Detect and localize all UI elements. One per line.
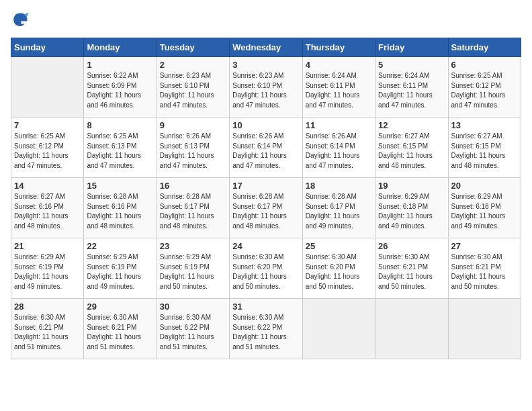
calendar-cell: 5Sunrise: 6:24 AM Sunset: 6:11 PM Daylig… <box>375 57 448 118</box>
calendar-cell: 27Sunrise: 6:30 AM Sunset: 6:21 PM Dayli… <box>448 238 521 299</box>
day-number: 13 <box>451 120 518 130</box>
calendar-cell: 18Sunrise: 6:28 AM Sunset: 6:17 PM Dayli… <box>302 178 375 238</box>
calendar-cell <box>375 299 448 359</box>
calendar-cell: 26Sunrise: 6:30 AM Sunset: 6:21 PM Dayli… <box>375 238 448 299</box>
week-row-5: 28Sunrise: 6:30 AM Sunset: 6:21 PM Dayli… <box>11 299 521 359</box>
day-info: Sunrise: 6:30 AM Sunset: 6:22 PM Dayligh… <box>160 313 226 352</box>
calendar-cell: 28Sunrise: 6:30 AM Sunset: 6:21 PM Dayli… <box>11 299 84 359</box>
day-info: Sunrise: 6:30 AM Sunset: 6:20 PM Dayligh… <box>232 253 299 291</box>
day-header-saturday: Saturday <box>448 38 521 57</box>
day-number: 22 <box>87 241 153 251</box>
day-header-sunday: Sunday <box>11 38 84 57</box>
day-number: 20 <box>451 181 518 191</box>
calendar-cell: 11Sunrise: 6:26 AM Sunset: 6:14 PM Dayli… <box>302 118 375 178</box>
day-number: 10 <box>232 120 299 130</box>
week-row-2: 7Sunrise: 6:25 AM Sunset: 6:12 PM Daylig… <box>11 118 521 178</box>
day-number: 5 <box>378 60 445 70</box>
calendar-cell <box>448 299 521 359</box>
calendar-cell: 22Sunrise: 6:29 AM Sunset: 6:19 PM Dayli… <box>84 238 157 299</box>
day-info: Sunrise: 6:23 AM Sunset: 6:10 PM Dayligh… <box>160 71 226 110</box>
day-info: Sunrise: 6:29 AM Sunset: 6:19 PM Dayligh… <box>87 253 153 291</box>
day-info: Sunrise: 6:30 AM Sunset: 6:21 PM Dayligh… <box>14 313 81 352</box>
day-info: Sunrise: 6:26 AM Sunset: 6:13 PM Dayligh… <box>160 132 226 171</box>
calendar-cell <box>302 299 375 359</box>
day-header-friday: Friday <box>375 38 448 57</box>
calendar-cell: 8Sunrise: 6:25 AM Sunset: 6:13 PM Daylig… <box>84 118 157 178</box>
day-info: Sunrise: 6:28 AM Sunset: 6:17 PM Dayligh… <box>306 192 372 231</box>
day-header-monday: Monday <box>84 38 157 57</box>
calendar-table: SundayMondayTuesdayWednesdayThursdayFrid… <box>11 38 521 359</box>
day-info: Sunrise: 6:28 AM Sunset: 6:16 PM Dayligh… <box>87 192 153 231</box>
day-info: Sunrise: 6:27 AM Sunset: 6:15 PM Dayligh… <box>451 132 518 171</box>
day-info: Sunrise: 6:30 AM Sunset: 6:22 PM Dayligh… <box>232 313 299 352</box>
calendar-cell: 4Sunrise: 6:24 AM Sunset: 6:11 PM Daylig… <box>302 57 375 118</box>
day-info: Sunrise: 6:25 AM Sunset: 6:12 PM Dayligh… <box>451 71 518 110</box>
calendar-cell: 3Sunrise: 6:23 AM Sunset: 6:10 PM Daylig… <box>230 57 302 118</box>
day-info: Sunrise: 6:30 AM Sunset: 6:21 PM Dayligh… <box>87 313 153 352</box>
day-info: Sunrise: 6:30 AM Sunset: 6:21 PM Dayligh… <box>378 253 445 291</box>
day-number: 25 <box>306 241 372 251</box>
calendar-cell: 20Sunrise: 6:29 AM Sunset: 6:18 PM Dayli… <box>448 178 521 238</box>
calendar-cell: 17Sunrise: 6:28 AM Sunset: 6:17 PM Dayli… <box>230 178 302 238</box>
calendar-cell: 2Sunrise: 6:23 AM Sunset: 6:10 PM Daylig… <box>157 57 229 118</box>
page-header <box>11 11 521 30</box>
day-info: Sunrise: 6:25 AM Sunset: 6:12 PM Dayligh… <box>14 132 81 171</box>
day-number: 26 <box>378 241 445 251</box>
day-number: 18 <box>306 181 372 191</box>
day-number: 14 <box>14 181 81 191</box>
day-info: Sunrise: 6:28 AM Sunset: 6:17 PM Dayligh… <box>160 192 226 231</box>
day-number: 12 <box>378 120 445 130</box>
day-number: 3 <box>232 60 299 70</box>
day-header-tuesday: Tuesday <box>157 38 229 57</box>
calendar-cell: 15Sunrise: 6:28 AM Sunset: 6:16 PM Dayli… <box>84 178 157 238</box>
day-info: Sunrise: 6:26 AM Sunset: 6:14 PM Dayligh… <box>232 132 299 171</box>
calendar-cell: 16Sunrise: 6:28 AM Sunset: 6:17 PM Dayli… <box>157 178 229 238</box>
day-number: 11 <box>306 120 372 130</box>
day-info: Sunrise: 6:23 AM Sunset: 6:10 PM Dayligh… <box>232 71 299 110</box>
calendar-cell: 24Sunrise: 6:30 AM Sunset: 6:20 PM Dayli… <box>230 238 302 299</box>
day-info: Sunrise: 6:24 AM Sunset: 6:11 PM Dayligh… <box>306 71 372 110</box>
day-info: Sunrise: 6:25 AM Sunset: 6:13 PM Dayligh… <box>87 132 153 171</box>
calendar-cell: 25Sunrise: 6:30 AM Sunset: 6:20 PM Dayli… <box>302 238 375 299</box>
day-number: 4 <box>306 60 372 70</box>
day-info: Sunrise: 6:29 AM Sunset: 6:18 PM Dayligh… <box>451 192 518 231</box>
day-info: Sunrise: 6:29 AM Sunset: 6:18 PM Dayligh… <box>378 192 445 231</box>
day-number: 2 <box>160 60 226 70</box>
day-info: Sunrise: 6:24 AM Sunset: 6:11 PM Dayligh… <box>378 71 445 110</box>
day-number: 19 <box>378 181 445 191</box>
day-number: 21 <box>14 241 81 251</box>
day-number: 9 <box>160 120 226 130</box>
day-number: 31 <box>232 302 299 312</box>
calendar-cell: 6Sunrise: 6:25 AM Sunset: 6:12 PM Daylig… <box>448 57 521 118</box>
day-number: 17 <box>232 181 299 191</box>
calendar-cell: 23Sunrise: 6:29 AM Sunset: 6:19 PM Dayli… <box>157 238 229 299</box>
calendar-cell: 1Sunrise: 6:22 AM Sunset: 6:09 PM Daylig… <box>84 57 157 118</box>
day-info: Sunrise: 6:29 AM Sunset: 6:19 PM Dayligh… <box>14 253 81 291</box>
days-header-row: SundayMondayTuesdayWednesdayThursdayFrid… <box>11 38 521 57</box>
calendar-cell: 31Sunrise: 6:30 AM Sunset: 6:22 PM Dayli… <box>230 299 302 359</box>
day-number: 8 <box>87 120 153 130</box>
week-row-4: 21Sunrise: 6:29 AM Sunset: 6:19 PM Dayli… <box>11 238 521 299</box>
calendar-cell <box>11 57 84 118</box>
day-info: Sunrise: 6:27 AM Sunset: 6:16 PM Dayligh… <box>14 192 81 231</box>
day-number: 15 <box>87 181 153 191</box>
week-row-1: 1Sunrise: 6:22 AM Sunset: 6:09 PM Daylig… <box>11 57 521 118</box>
calendar-cell: 19Sunrise: 6:29 AM Sunset: 6:18 PM Dayli… <box>375 178 448 238</box>
day-header-wednesday: Wednesday <box>230 38 302 57</box>
calendar-cell: 10Sunrise: 6:26 AM Sunset: 6:14 PM Dayli… <box>230 118 302 178</box>
day-number: 1 <box>87 60 153 70</box>
day-number: 29 <box>87 302 153 312</box>
day-header-thursday: Thursday <box>302 38 375 57</box>
day-number: 24 <box>232 241 299 251</box>
calendar-cell: 9Sunrise: 6:26 AM Sunset: 6:13 PM Daylig… <box>157 118 229 178</box>
day-info: Sunrise: 6:28 AM Sunset: 6:17 PM Dayligh… <box>232 192 299 231</box>
day-number: 28 <box>14 302 81 312</box>
day-info: Sunrise: 6:30 AM Sunset: 6:20 PM Dayligh… <box>306 253 372 291</box>
day-info: Sunrise: 6:26 AM Sunset: 6:14 PM Dayligh… <box>306 132 372 171</box>
day-number: 7 <box>14 120 81 130</box>
day-number: 23 <box>160 241 226 251</box>
day-number: 16 <box>160 181 226 191</box>
calendar-cell: 30Sunrise: 6:30 AM Sunset: 6:22 PM Dayli… <box>157 299 229 359</box>
calendar-cell: 7Sunrise: 6:25 AM Sunset: 6:12 PM Daylig… <box>11 118 84 178</box>
logo-icon <box>11 11 30 30</box>
